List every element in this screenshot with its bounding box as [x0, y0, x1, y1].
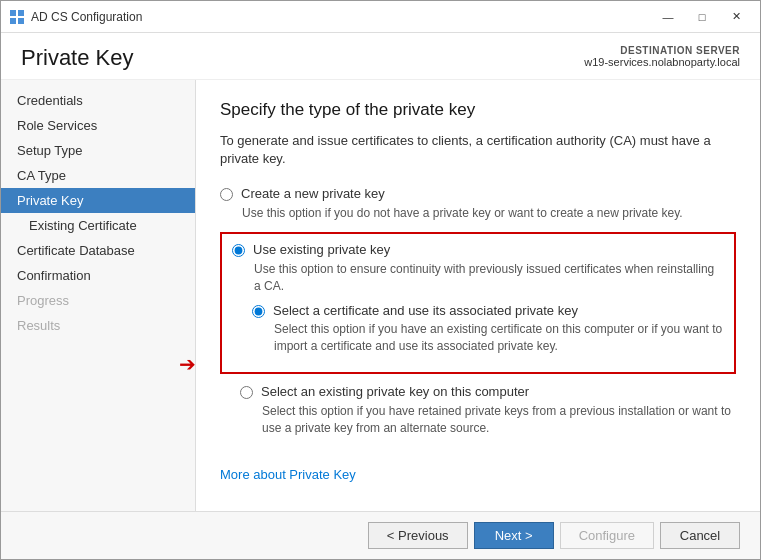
svg-rect-1 [18, 10, 24, 16]
window: AD CS Configuration — □ ✕ Private Key DE… [0, 0, 761, 560]
option-select-existing-key: Select an existing private key on this c… [240, 384, 736, 437]
dest-server-name: w19-services.nolabnoparty.local [584, 56, 740, 68]
window-controls: — □ ✕ [652, 3, 752, 31]
main-area: Credentials Role Services Setup Type CA … [1, 80, 760, 511]
more-about-link[interactable]: More about Private Key [220, 467, 356, 482]
close-button[interactable]: ✕ [720, 3, 752, 31]
svg-rect-0 [10, 10, 16, 16]
option-use-existing-text: Use existing private key [253, 242, 390, 257]
radio-use-existing[interactable] [232, 244, 245, 257]
minimize-button[interactable]: — [652, 3, 684, 31]
option-create-new-text: Create a new private key [241, 186, 385, 201]
sidebar-item-progress: Progress [1, 288, 195, 313]
dest-server-label: DESTINATION SERVER [584, 45, 740, 56]
radio-select-existing-key[interactable] [240, 386, 253, 399]
option-create-new-label[interactable]: Create a new private key [220, 186, 736, 201]
app-icon [9, 9, 25, 25]
radio-create-new[interactable] [220, 188, 233, 201]
content-area: Specify the type of the private key To g… [196, 80, 760, 511]
option-select-existing-key-text: Select an existing private key on this c… [261, 384, 529, 399]
content-title: Specify the type of the private key [220, 100, 736, 120]
sidebar-item-cert-database[interactable]: Certificate Database [1, 238, 195, 263]
arrow-annotation: ➔ [179, 352, 196, 376]
sidebar-item-existing-cert[interactable]: Existing Certificate [1, 213, 195, 238]
option-select-existing-key-desc: Select this option if you have retained … [262, 403, 736, 437]
sidebar: Credentials Role Services Setup Type CA … [1, 80, 196, 511]
configure-button: Configure [560, 522, 654, 549]
page-title: Private Key [21, 45, 134, 71]
window-title: AD CS Configuration [31, 10, 652, 24]
sidebar-item-results: Results [1, 313, 195, 338]
sidebar-item-credentials[interactable]: Credentials [1, 88, 195, 113]
option-select-existing-key-label[interactable]: Select an existing private key on this c… [240, 384, 736, 399]
footer: < Previous Next > Configure Cancel [1, 511, 760, 559]
highlight-box: Use existing private key Use this option… [220, 232, 736, 374]
sidebar-item-setup-type[interactable]: Setup Type [1, 138, 195, 163]
sub-option-select-cert-desc: Select this option if you have an existi… [274, 321, 724, 355]
sub-option-select-cert-text: Select a certificate and use its associa… [273, 303, 578, 318]
next-button[interactable]: Next > [474, 522, 554, 549]
option-create-new-desc: Use this option if you do not have a pri… [242, 205, 736, 222]
option-use-existing-desc: Use this option to ensure continuity wit… [254, 261, 724, 295]
sidebar-item-private-key[interactable]: Private Key [1, 188, 195, 213]
titlebar: AD CS Configuration — □ ✕ [1, 1, 760, 33]
option-create-new: Create a new private key Use this option… [220, 186, 736, 222]
sub-option-select-cert-label[interactable]: Select a certificate and use its associa… [252, 303, 724, 318]
sidebar-item-ca-type[interactable]: CA Type [1, 163, 195, 188]
sidebar-item-role-services[interactable]: Role Services [1, 113, 195, 138]
maximize-button[interactable]: □ [686, 3, 718, 31]
previous-button[interactable]: < Previous [368, 522, 468, 549]
cancel-button[interactable]: Cancel [660, 522, 740, 549]
content-description: To generate and issue certificates to cl… [220, 132, 736, 168]
sub-option-select-cert: Select a certificate and use its associa… [252, 303, 724, 355]
page-header: Private Key DESTINATION SERVER w19-servi… [1, 33, 760, 80]
destination-server: DESTINATION SERVER w19-services.nolabnop… [584, 45, 740, 68]
option-use-existing-label[interactable]: Use existing private key [232, 242, 724, 257]
svg-rect-2 [10, 18, 16, 24]
sidebar-item-confirmation[interactable]: Confirmation [1, 263, 195, 288]
svg-rect-3 [18, 18, 24, 24]
option-use-existing: Use existing private key Use this option… [232, 242, 724, 354]
radio-select-cert[interactable] [252, 305, 265, 318]
